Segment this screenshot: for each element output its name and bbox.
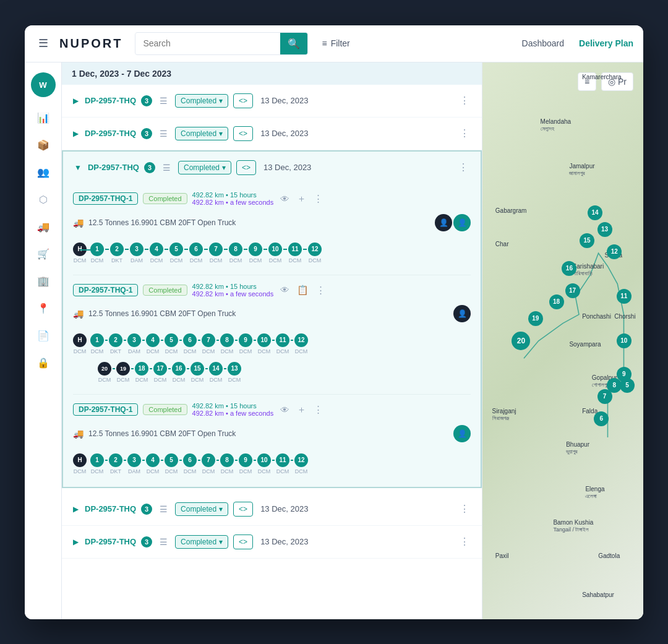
notes-button[interactable]: 📋 (295, 283, 310, 298)
stop-label: DCM (309, 257, 322, 264)
status-badge[interactable]: Completed ▾ (178, 161, 231, 174)
list-view-icon[interactable]: ☰ (160, 161, 173, 174)
map-label-paxil: Paxil (495, 552, 509, 559)
nav-dashboard[interactable]: Dashboard (522, 38, 565, 48)
more-options-button[interactable]: ⋮ (456, 160, 471, 174)
sidebar-item-chart[interactable]: 📊 (32, 107, 54, 129)
list-view-icon[interactable]: ☰ (157, 536, 170, 548)
map-label-char: Char (495, 241, 509, 247)
more-options-button[interactable]: ⋮ (457, 93, 472, 108)
stop-node: 6 (189, 243, 203, 256)
sub-status-badge: Completed (143, 285, 187, 296)
delivery-id[interactable]: DP-2957-THQ (88, 163, 139, 172)
code-button[interactable]: <> (233, 126, 253, 141)
delivery-id[interactable]: DP-2957-THQ (85, 96, 136, 105)
add-button[interactable]: ＋ (295, 191, 308, 207)
delivery-row: ▶ DP-2957-THQ 3 ☰ Completed ▾ <> 13 Dec,… (62, 493, 482, 526)
list-view-icon[interactable]: ☰ (157, 95, 170, 107)
view-button[interactable]: 👁 (278, 403, 291, 417)
avatar: w (31, 72, 56, 97)
stop-label: DCM (91, 257, 104, 264)
status-badge[interactable]: Completed ▾ (175, 94, 228, 108)
code-button[interactable]: <> (233, 93, 253, 108)
delivery-id[interactable]: DP-2957-THQ (85, 537, 136, 546)
stop-label: DCM (74, 257, 87, 264)
more-options-button[interactable]: ⋮ (457, 502, 472, 516)
sidebar-item-truck[interactable]: 🚚 (32, 216, 54, 238)
sub-actions: 👁 ＋ ⋮ (278, 191, 325, 207)
list-view-icon[interactable]: ☰ (157, 127, 170, 140)
filter-button[interactable]: ≡ Filter (315, 35, 356, 52)
expand-button[interactable]: ▼ (73, 162, 83, 173)
nav-delivery-plan[interactable]: Delivery Plan (579, 38, 633, 48)
sub-delivery-id[interactable]: DP-2957-THQ-1 (73, 284, 138, 296)
map-label-gabargram: Gabargram (495, 207, 527, 214)
view-button[interactable]: 👁 (278, 283, 291, 297)
sidebar-item-lock[interactable]: 🔒 (32, 352, 54, 374)
sub-delivery-id[interactable]: DP-2957-THQ-1 (73, 192, 138, 205)
stop-node: 1 (90, 243, 104, 256)
list-view-icon[interactable]: ☰ (157, 503, 170, 515)
sidebar-item-cube[interactable]: ⬡ (32, 189, 54, 211)
stop-label: DCM (289, 257, 302, 264)
sidebar-item-building[interactable]: 🏢 (32, 270, 54, 293)
sidebar: w 📊 📦 👥 ⬡ 🚚 🛒 🏢 📍 📄 🔒 (25, 62, 62, 619)
delivery-id[interactable]: DP-2957-THQ (85, 504, 136, 513)
map-label-melandaha: Melandahaমেলান্দহ (541, 118, 571, 132)
delivery-id[interactable]: DP-2957-THQ (85, 129, 136, 138)
truck-description: 12.5 Tonnes 16.9901 CBM 20FT Open Truck (88, 218, 236, 227)
status-badge[interactable]: Completed ▾ (175, 502, 228, 516)
search-button[interactable]: 🔍 (280, 33, 307, 54)
header: ☰ NUPORT 🔍 ≡ Filter Dashboard Delivery P… (25, 25, 643, 62)
code-button[interactable]: <> (233, 535, 253, 549)
more-options-button[interactable]: ⋮ (457, 126, 472, 140)
stop-home: H (73, 453, 87, 467)
search-input[interactable] (135, 33, 280, 53)
map-pin-14: 14 (588, 205, 602, 220)
expand-button[interactable]: ▶ (72, 504, 80, 515)
sidebar-item-document[interactable]: 📄 (32, 325, 54, 347)
map-background: ≡ ◎ Pr Kamarerchara Melandahaমেলান্দহ Ja… (482, 62, 643, 619)
stop-node: 10 (268, 243, 282, 256)
list-panel: 1 Dec, 2023 - 7 Dec 2023 ▶ DP-2957-THQ 3… (62, 62, 482, 619)
sidebar-item-cart[interactable]: 🛒 (32, 243, 54, 265)
map-label-bamon: Bamon KushiaTangail / টাঙ্গাইল (553, 519, 593, 533)
code-button[interactable]: <> (233, 502, 253, 517)
sidebar-item-box[interactable]: 📦 (32, 134, 54, 157)
stop-label: DCM (269, 257, 282, 264)
stop-node: 3 (130, 243, 143, 256)
chevron-down-icon: ▾ (219, 505, 223, 513)
code-button[interactable]: <> (236, 160, 256, 175)
sidebar-item-location[interactable]: 📍 (32, 298, 54, 320)
truck-description: 12.5 Tonnes 16.9901 CBM 20FT Open Truck (88, 309, 236, 318)
expand-button[interactable]: ▶ (72, 536, 80, 547)
more-button[interactable]: ⋮ (314, 283, 327, 298)
sub-delivery-3: DP-2957-THQ-1 Completed 492.82 km • 15 h… (73, 395, 471, 486)
truck-icon: 🚚 (73, 309, 84, 319)
sub-status-badge: Completed (143, 404, 187, 415)
header-nav: Dashboard Delivery Plan (522, 38, 633, 48)
status-badge[interactable]: Completed ▾ (175, 127, 228, 140)
map-pin-6: 6 (594, 411, 609, 426)
sub-delivery-id[interactable]: DP-2957-THQ-1 (73, 403, 138, 416)
map-label-sirajganj: Sirajganjসিরাজগঞ্জ (492, 408, 516, 422)
map-label-gadtola: Gadtola (598, 552, 620, 559)
view-button[interactable]: 👁 (278, 192, 291, 206)
stop-home: H (73, 243, 87, 256)
sidebar-item-users[interactable]: 👥 (32, 161, 54, 184)
more-button[interactable]: ⋮ (312, 402, 325, 417)
sub-header: DP-2957-THQ-1 Completed 492.82 km • 15 h… (73, 191, 471, 207)
add-button[interactable]: ＋ (295, 402, 308, 418)
delivery-date: 13 Dec, 2023 (260, 537, 308, 546)
more-options-button[interactable]: ⋮ (457, 535, 472, 549)
map-label-ponchashi: Ponchashi (582, 313, 611, 320)
more-button[interactable]: ⋮ (312, 191, 325, 206)
chevron-down-icon: ▾ (222, 163, 226, 172)
map-pin-5: 5 (620, 378, 635, 393)
expand-button[interactable]: ▶ (72, 95, 80, 106)
status-badge[interactable]: Completed ▾ (175, 535, 228, 549)
delivery-date: 13 Dec, 2023 (263, 163, 311, 172)
expand-button[interactable]: ▶ (72, 128, 80, 139)
stop-home: H (73, 333, 87, 347)
menu-button[interactable]: ☰ (35, 33, 52, 54)
